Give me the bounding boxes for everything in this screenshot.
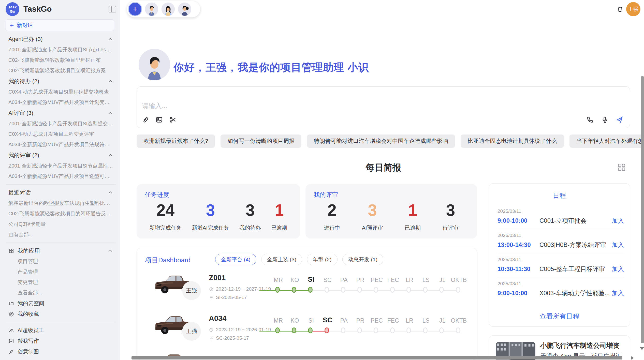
stat-label: 已逾期 — [271, 224, 287, 231]
send-icon[interactable] — [616, 116, 624, 124]
recent-chat-item[interactable]: 公司Q3轻卡销量 — [8, 219, 113, 229]
microphone-icon[interactable] — [601, 116, 609, 124]
scroll-down-arrow-icon[interactable] — [640, 347, 644, 350]
sidebar-task-item[interactable]: Z001-全新燃油皮卡产品开发项目SI节点Lesson Learn报告 — [8, 44, 113, 55]
schedule-item: 2025/03/11 10:30-11:30 C005-整车工程目标评审 加入 — [497, 253, 624, 277]
section-my-todo[interactable]: 我的待办 (2) — [8, 76, 113, 87]
add-assistant-button[interactable]: + — [128, 2, 142, 16]
divider — [6, 243, 116, 243]
stat-label: 进行中 — [324, 224, 340, 231]
milestone-dot — [423, 287, 428, 293]
ai-super-staff-item[interactable]: AI超级员工 — [8, 325, 113, 336]
suggestion-chip[interactable]: 欧洲新规最近颁布了什么? — [137, 134, 215, 148]
chevron-up-icon[interactable] — [108, 79, 113, 84]
assistant-avatar-2[interactable] — [161, 2, 175, 16]
my-favorites-item[interactable]: 我的收藏 — [8, 309, 113, 319]
milestone-node: LR — [401, 266, 418, 304]
sidebar-task-item[interactable]: Z001-全新燃油轻卡产品开发项目SI节点属性5D文件评审 — [8, 161, 113, 171]
app-menu-item[interactable]: 项目管理 — [8, 256, 113, 267]
milestone-label: PA — [336, 317, 352, 324]
notification-bell-icon[interactable] — [616, 5, 624, 14]
chevron-up-icon[interactable] — [108, 110, 113, 116]
dashboard-filter-chip[interactable]: 全新上装 (3) — [261, 254, 302, 265]
sidebar-task-item[interactable]: Z001-全新燃油轻卡产品开发项目SI造型提交物评审 — [8, 118, 113, 129]
milestone-dot — [390, 327, 395, 333]
join-button[interactable]: 加入 — [612, 241, 624, 249]
project-row-z001[interactable]: 王强 Z001 2023-12-19 ~ 2027-01-19 SI-2025-… — [137, 266, 477, 307]
sidebar-task-item[interactable]: C0X4-动力总成开发项目SI里程碑提交物检查 — [8, 87, 113, 97]
stat-label: 待评审 — [443, 224, 459, 231]
section-ai-review[interactable]: AI评审 (3) — [8, 108, 113, 118]
app-menu-item[interactable]: 变更管理 — [8, 277, 113, 288]
recent-chat-item[interactable]: 解释最新出台的欧盟报废车法规再生塑料比例被调至15%... — [8, 198, 113, 208]
chevron-up-icon[interactable] — [108, 248, 113, 254]
milestone-node: KO — [287, 266, 303, 304]
section-agent-done[interactable]: Agent已办 (3) — [8, 34, 113, 44]
app-menu-item[interactable]: 查看全部... — [8, 288, 113, 298]
stat-label: AI预评审 — [362, 224, 383, 231]
user-avatar[interactable]: 王强 — [626, 2, 640, 16]
stat-item: 3 AI预评审 — [362, 201, 383, 231]
voice-call-icon[interactable] — [586, 116, 594, 124]
join-button[interactable]: 加入 — [612, 289, 624, 297]
sidebar-scroll[interactable]: Agent已办 (3) Z001-全新燃油皮卡产品开发项目SI节点Lesson … — [0, 34, 120, 360]
scroll-right-arrow-icon[interactable] — [631, 356, 634, 360]
help-me-write-item[interactable]: 帮我写作 — [8, 336, 113, 346]
sidebar-collapse-icon[interactable] — [109, 6, 116, 12]
chevron-up-icon[interactable] — [108, 153, 113, 158]
my-cloud-item[interactable]: 我的云空间 — [8, 298, 113, 309]
section-my-apps[interactable]: 我的应用 — [8, 245, 113, 256]
sidebar-task-item[interactable]: C02-飞腾新能源轻客改款项目立项汇报方案 — [8, 65, 113, 76]
recent-chat-item[interactable]: 查看全部... — [8, 229, 113, 240]
section-my-review[interactable]: 我的评审 (2) — [8, 150, 113, 161]
flag-icon — [209, 295, 214, 300]
project-row-a034[interactable]: 王强 A034 2023-12-19 ~ 2026-01-19 SC-2025-… — [137, 307, 477, 347]
divider — [6, 322, 116, 322]
join-button[interactable]: 加入 — [612, 265, 624, 273]
schedule-event-title: C005-整车工程目标评审 — [539, 265, 612, 273]
sidebar-task-item[interactable]: A034-全新新能源MUV产品开发项目造型可行性评审 — [8, 171, 113, 182]
recent-chat-item[interactable]: C02-飞腾新能源轻客改款项目的闭环通告反馈情况 — [8, 208, 113, 219]
creative-drawing-item[interactable]: 创意制图 — [8, 346, 113, 357]
section-recent-chats[interactable]: 最近对话 — [8, 187, 113, 198]
new-chat-button[interactable]: + 新对话 — [6, 19, 114, 31]
suggestion-chip[interactable]: 特朗普可能对进口汽车增税会对中国车企造成哪些影响 — [307, 134, 455, 148]
briefing-layout-icon[interactable] — [617, 163, 626, 172]
milestone-node: PA — [336, 307, 352, 345]
milestone-dot — [325, 327, 329, 333]
view-all-schedule-link[interactable]: 查看所有日程 — [489, 312, 630, 321]
milestone-dot — [374, 287, 378, 293]
milestone-dot — [439, 287, 444, 293]
attachment-icon[interactable] — [141, 116, 150, 124]
app-menu-item[interactable]: 产品管理 — [8, 267, 113, 277]
milestone-dot — [308, 327, 313, 333]
dashboard-filter-chip[interactable]: 全新平台 (4) — [215, 254, 256, 265]
join-button[interactable]: 加入 — [612, 217, 624, 225]
schedule-time: 10:30-11:30 — [497, 265, 539, 273]
sidebar-task-item[interactable]: A034-全新新能源MUV产品开发项目计划变更表编写 — [8, 97, 113, 108]
screenshot-icon[interactable] — [169, 116, 177, 124]
suggestion-chip[interactable]: 当下年轻人对汽车外观有怎样的喜好趋势 — [569, 134, 644, 148]
sidebar-task-item[interactable]: C02-飞腾新能源轻客改款项目里程碑画布 — [8, 55, 113, 65]
dashboard-title: 项目Dashboard — [145, 256, 191, 265]
milestone-node: PR — [352, 307, 369, 345]
milestone-label: KO — [287, 277, 303, 283]
chevron-up-icon[interactable] — [108, 36, 113, 42]
milestone-track: MRKOSISCPAPRPECFECLRLSJ1OKTB — [270, 266, 467, 304]
stat-label: 新增完成任务 — [150, 224, 182, 231]
dashboard-filter-chip[interactable]: 年型 (2) — [307, 254, 338, 265]
suggestion-chip[interactable]: 如何写一份清晰的项目周报 — [221, 134, 301, 148]
sidebar-task-item[interactable]: C0X4-动力总成开发项目工程变更评审 — [8, 129, 113, 139]
horizontal-scrollbar[interactable] — [131, 356, 622, 359]
assistant-avatar-3[interactable] — [178, 2, 192, 16]
sidebar-task-item[interactable]: A034-全新新能源MUV产品开发项目法规符合性评审 — [8, 139, 113, 150]
assistant-avatar-1[interactable] — [144, 2, 159, 16]
image-upload-icon[interactable] — [155, 116, 163, 124]
chat-input[interactable]: 请输入... — [137, 86, 630, 128]
vertical-scrollbar[interactable] — [641, 76, 644, 343]
chevron-up-icon[interactable] — [108, 190, 113, 196]
schedule-item: 2025/03/11 13:00-14:30 C003|H0B-方案冻结评审 加… — [497, 229, 624, 253]
milestone-label: PR — [352, 277, 369, 283]
dashboard-filter-chip[interactable]: 动总开发 (1) — [342, 254, 384, 265]
suggestion-chip[interactable]: 比亚迪全固态电池计划具体说了什么 — [461, 134, 564, 148]
